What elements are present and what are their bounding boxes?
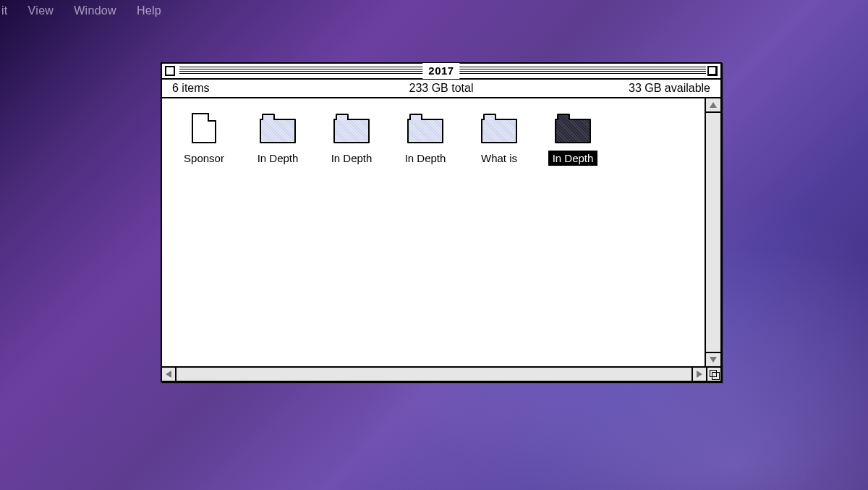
- folder-icon: [407, 119, 443, 143]
- file-item-sponsor[interactable]: Sponsor: [174, 114, 234, 166]
- status-bar: 6 items 233 GB total 33 GB available: [162, 80, 720, 98]
- document-icon: [192, 113, 216, 143]
- menu-item-window[interactable]: Window: [74, 4, 116, 17]
- status-available: 33 GB available: [629, 82, 710, 95]
- window-title: 2017: [422, 63, 459, 79]
- folder-icon: [333, 119, 370, 143]
- scroll-right-arrow-icon[interactable]: [692, 368, 706, 381]
- status-total: 233 GB total: [409, 82, 474, 95]
- zoom-box[interactable]: [707, 66, 718, 76]
- menu-item-edit[interactable]: it: [1, 4, 8, 17]
- folder-icon: [555, 119, 591, 143]
- menu-item-view[interactable]: View: [28, 4, 54, 17]
- item-label: What is: [477, 151, 522, 166]
- menu-item-help[interactable]: Help: [137, 4, 161, 17]
- scroll-track[interactable]: [176, 368, 692, 381]
- item-label: In Depth: [401, 151, 451, 166]
- folder-icon: [481, 119, 517, 143]
- scroll-track[interactable]: [706, 113, 720, 352]
- scroll-up-arrow-icon[interactable]: [706, 98, 720, 113]
- folder-item-selected[interactable]: In Depth: [542, 114, 603, 166]
- item-label: Sponsor: [179, 151, 229, 166]
- status-item-count: 6 items: [172, 82, 210, 95]
- scroll-down-arrow-icon[interactable]: [706, 352, 720, 366]
- titlebar[interactable]: 2017: [162, 64, 720, 80]
- finder-window: 2017 6 items 233 GB total 33 GB availabl…: [161, 62, 722, 382]
- icon-grid: Sponsor In Depth In Depth In Depth What: [174, 114, 697, 166]
- vertical-scrollbar[interactable]: [706, 98, 720, 366]
- resize-grow-box-icon[interactable]: [706, 368, 720, 381]
- horizontal-scrollbar[interactable]: [162, 366, 720, 381]
- item-label: In Depth: [253, 151, 303, 166]
- close-box[interactable]: [165, 66, 175, 76]
- menubar: it View Window Help: [0, 0, 161, 22]
- content-area[interactable]: Sponsor In Depth In Depth In Depth What: [162, 98, 706, 366]
- folder-icon: [260, 119, 296, 143]
- folder-item[interactable]: What is: [469, 114, 529, 166]
- item-label: In Depth: [327, 151, 377, 166]
- item-label: In Depth: [548, 151, 598, 166]
- scroll-left-arrow-icon[interactable]: [162, 368, 176, 381]
- folder-item[interactable]: In Depth: [395, 114, 456, 166]
- folder-item[interactable]: In Depth: [321, 114, 382, 166]
- folder-item[interactable]: In Depth: [247, 114, 308, 166]
